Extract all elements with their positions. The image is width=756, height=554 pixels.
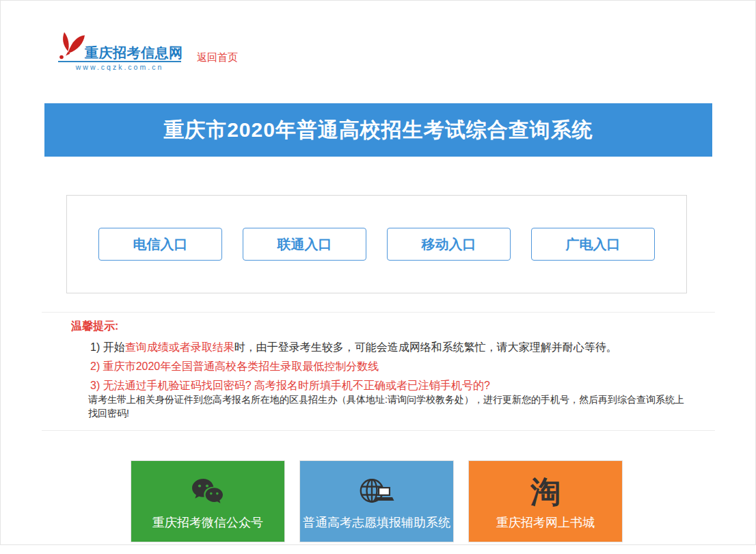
entrance-button-mobile[interactable]: 移动入口 bbox=[387, 228, 511, 261]
globe-laptop-icon bbox=[359, 476, 394, 507]
card-label: 重庆招考微信公众号 bbox=[152, 514, 263, 531]
entrance-panel: 电信入口 联通入口 移动入口 广电入口 bbox=[66, 195, 687, 293]
logo-underline bbox=[58, 61, 181, 62]
back-to-home-link[interactable]: 返回首页 bbox=[197, 51, 238, 64]
tip-1-suffix: 时，由于登录考生较多，可能会造成网络和系统繁忙，请大家理解并耐心等待。 bbox=[234, 341, 617, 353]
tip-1-query-results-link[interactable]: 查询成绩或者录取结果 bbox=[125, 341, 234, 353]
entrance-button-broadcast[interactable]: 广电入口 bbox=[531, 228, 655, 261]
taobao-glyph: 淘 bbox=[530, 476, 561, 507]
site-url: www.cqzk.com.cn bbox=[58, 63, 181, 71]
card-label: 重庆招考网上书城 bbox=[496, 514, 595, 531]
divider-top bbox=[42, 312, 715, 313]
logo-heart-icon bbox=[58, 32, 85, 61]
tip-1-prefix: 1) 开始 bbox=[90, 341, 125, 353]
entrance-button-telecom[interactable]: 电信入口 bbox=[98, 228, 222, 261]
online-bookstore-card[interactable]: 淘 重庆招考网上书城 bbox=[468, 460, 623, 542]
tips-note: 请考生带上相关身份证件到您高考报名所在地的区县招生办（具体地址:请询问学校教务处… bbox=[88, 393, 684, 420]
tip-item-3-password-help-link[interactable]: 3) 无法通过手机验证码找回密码? 高考报名时所填手机不正确或者已注销手机号的? bbox=[90, 379, 490, 393]
divider-bottom bbox=[42, 430, 715, 431]
card-label: 普通高考志愿填报辅助系统 bbox=[303, 514, 450, 531]
entrance-button-unicom[interactable]: 联通入口 bbox=[243, 228, 366, 261]
taobao-icon: 淘 bbox=[530, 476, 561, 507]
page-frame: 重庆招考信息网 www.cqzk.com.cn 返回首页 重庆市2020年普通高… bbox=[0, 0, 756, 545]
site-logo-title[interactable]: 重庆招考信息网 bbox=[85, 44, 183, 62]
wechat-official-account-card[interactable]: 重庆招考微信公众号 bbox=[131, 460, 285, 542]
banner-title: 重庆市2020年普通高校招生考试综合查询系统 bbox=[44, 103, 712, 157]
tip-item-1: 1) 开始查询成绩或者录取结果时，由于登录考生较多，可能会造成网络和系统繁忙，请… bbox=[90, 341, 617, 355]
tips-heading: 温馨提示: bbox=[71, 319, 118, 334]
wechat-icon bbox=[192, 476, 224, 507]
footer-cards: 重庆招考微信公众号 普通高考志愿填报辅助系统 bbox=[131, 460, 623, 542]
gaokao-application-assist-card[interactable]: 普通高考志愿填报辅助系统 bbox=[299, 460, 454, 542]
tip-item-2-cutoff-scores-link[interactable]: 2) 重庆市2020年全国普通高校各类招生录取最低控制分数线 bbox=[90, 360, 379, 374]
